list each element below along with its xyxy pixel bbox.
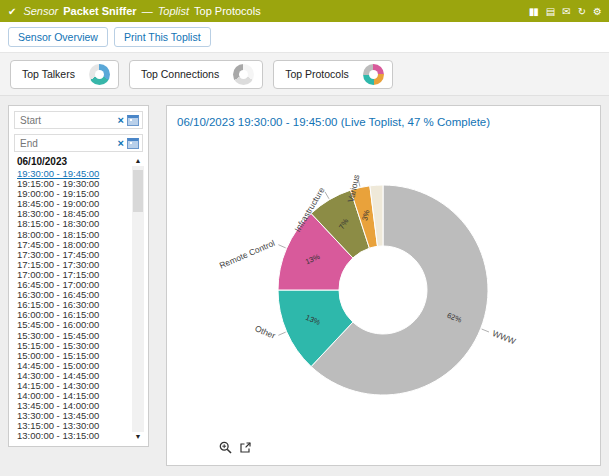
breadcrumb-separator: —: [142, 5, 153, 17]
end-date-row: ×: [14, 134, 143, 152]
pie-chart-icon: [363, 64, 384, 85]
clear-start-icon[interactable]: ×: [118, 115, 124, 126]
interval-sidebar: × × 06/10/2023 19:30:00 - 19:45:0019:15:…: [8, 105, 149, 447]
calendar-icon[interactable]: [127, 115, 139, 126]
scrollbar-thumb[interactable]: [133, 170, 143, 212]
toolbar: Sensor Overview Print This Toplist: [0, 22, 609, 53]
pie-chart-icon: [233, 64, 254, 85]
segment-label: WWW: [491, 328, 517, 346]
interval-list: 19:30:00 - 19:45:0019:15:00 - 19:30:0019…: [14, 169, 131, 442]
pie-chart-icon: [89, 64, 110, 85]
start-date-row: ×: [14, 111, 143, 129]
page-title: Top Protocols: [194, 5, 261, 17]
top-bar: ✔ Sensor Packet Sniffer — Toplist Top Pr…: [0, 0, 609, 22]
segment-label-line: [278, 245, 285, 248]
sensor-breadcrumb-label: Sensor: [23, 5, 58, 17]
scroll-up-icon[interactable]: ▲: [135, 156, 142, 166]
segment-label: Other: [253, 323, 277, 341]
scrollbar-track[interactable]: [132, 166, 144, 432]
zoom-in-icon[interactable]: [219, 440, 232, 458]
interval-item[interactable]: 13:00:00 - 13:15:00: [14, 431, 131, 441]
clear-end-icon[interactable]: ×: [118, 138, 124, 149]
interval-date-header: 06/10/2023: [14, 156, 131, 168]
toplist-cards: Top TalkersTop ConnectionsTop Protocols: [0, 53, 609, 96]
segment-label-line: [278, 332, 285, 335]
toplist-card-label: Top Talkers: [22, 68, 75, 80]
toplist-card-top-talkers[interactable]: Top Talkers: [10, 60, 119, 89]
refresh-icon[interactable]: ↻: [578, 6, 585, 17]
toplist-chart-panel: 06/10/2023 19:30:00 - 19:45:00 (Live Top…: [166, 105, 601, 466]
report-icon[interactable]: ▤: [546, 6, 554, 17]
status-ok-icon: ✔: [8, 6, 16, 17]
scroll-down-icon[interactable]: ▼: [135, 432, 142, 442]
toplist-card-label: Top Connections: [141, 68, 219, 80]
pause-icon[interactable]: ▮▮: [529, 6, 538, 17]
calendar-icon[interactable]: [127, 138, 139, 149]
sensor-overview-button[interactable]: Sensor Overview: [8, 27, 108, 47]
scrollbar[interactable]: ▲ ▼: [131, 156, 145, 442]
toplist-breadcrumb-label: Toplist: [158, 5, 189, 17]
protocol-donut-chart: WWW62%Other13%Remote Control13%Infrastru…: [167, 130, 600, 445]
sensor-name[interactable]: Packet Sniffer: [63, 5, 136, 17]
print-toplist-button[interactable]: Print This Toplist: [114, 27, 211, 47]
start-date-input[interactable]: [18, 114, 115, 127]
chart-title: 06/10/2023 19:30:00 - 19:45:00 (Live Top…: [167, 106, 600, 128]
segment-label: Remote Control: [218, 238, 277, 271]
segment-label-line: [482, 329, 489, 332]
settings-icon[interactable]: ⚙: [593, 6, 601, 17]
end-date-input[interactable]: [18, 137, 115, 150]
email-icon[interactable]: ✉: [562, 6, 569, 17]
segment-label-line: [325, 192, 329, 199]
toplist-card-top-protocols[interactable]: Top Protocols: [273, 60, 393, 89]
toplist-card-top-connections[interactable]: Top Connections: [129, 60, 263, 89]
header-icons: ▮▮▤✉↻⚙: [529, 6, 601, 17]
interval-item[interactable]: 15:45:00 - 16:00:00: [14, 320, 131, 330]
interval-list-container: 06/10/2023 19:30:00 - 19:45:0019:15:00 -…: [14, 156, 131, 442]
external-link-icon[interactable]: [239, 440, 252, 458]
toplist-card-label: Top Protocols: [285, 68, 349, 80]
